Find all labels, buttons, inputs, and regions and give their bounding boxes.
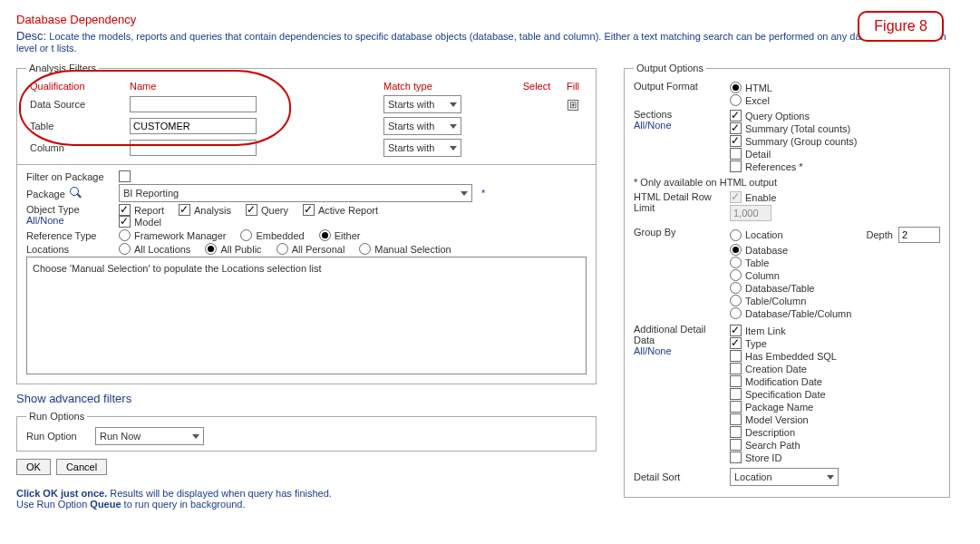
ok-button[interactable]: OK [16,459,51,475]
ad-store-cb[interactable] [730,452,742,463]
run-option-label: Run Option [26,431,90,442]
package-select[interactable]: BI Reporting [119,184,472,202]
sec-sumtotal-cb[interactable] [730,122,742,134]
fmt-excel-radio[interactable] [730,94,742,106]
row-column-label: Column [26,137,126,159]
gb-dbtable-radio[interactable] [730,282,742,294]
gb-database-radio[interactable] [730,244,742,256]
run-options-fieldset: Run Options Run Option Run Now [16,411,597,452]
ad-hassql-label: Has Embedded SQL [745,351,837,362]
objtype-analysis-checkbox[interactable] [179,204,190,216]
gb-dbtablecol-radio[interactable] [730,307,742,319]
sec-queryopts-label: Query Options [745,111,810,121]
datasource-input[interactable] [130,96,257,112]
objtype-activereport-checkbox[interactable] [303,204,315,216]
desc-label: Desc: [16,29,46,43]
sec-sumtotal-label: Summary (Total counts) [745,123,850,134]
ad-itemlink-label: Item Link [745,325,786,336]
additional-label: Additional Detail Data [634,324,706,345]
row-datasource-label: Data Source [26,93,126,115]
gb-location-label: Location [745,229,783,240]
fmt-html-radio[interactable] [730,82,742,93]
loc-manual-label: Manual Selection [374,244,451,255]
locations-textarea[interactable]: Choose 'Manual Selection' to populate th… [26,257,587,374]
sections-allnone-link[interactable]: All/None [634,120,672,131]
ad-pkg-cb[interactable] [730,401,742,413]
sec-sumgroup-cb[interactable] [730,135,742,147]
objtype-query-label: Query [261,205,288,216]
show-advanced-filters-link[interactable]: Show advanced filters [16,392,131,405]
footer-click-ok: Click OK just once. [16,488,107,499]
detailsort-label: Detail Sort [634,471,724,482]
sec-detail-label: Detail [745,149,771,160]
loc-manual-radio[interactable] [359,243,371,255]
gb-table-label: Table [745,257,769,268]
objtype-activereport-label: Active Report [318,205,378,216]
sec-refs-cb[interactable] [730,160,742,172]
fill-expand-icon[interactable]: ⊞ [568,100,578,111]
sections-label: Sections [634,109,672,120]
rowlimit-enable-cb[interactable] [730,191,742,203]
gb-location-radio[interactable] [730,229,742,241]
page-description: Desc: Locate the models, reports and que… [16,29,964,53]
loc-personal-radio[interactable] [277,243,288,255]
ad-search-cb[interactable] [730,439,742,451]
col-qualification: Qualification [26,79,126,93]
output-options-fieldset: Output Options Output Format HTML Excel … [624,63,950,498]
reftype-label: Reference Type [26,230,113,241]
ad-hassql-cb[interactable] [730,350,742,362]
loc-public-label: All Public [220,244,261,255]
reftype-embedded-radio[interactable] [240,229,252,241]
cancel-button[interactable]: Cancel [56,459,107,475]
detailsort-select[interactable]: Location [730,468,839,486]
magnify-icon[interactable] [70,187,81,198]
reftype-fm-radio[interactable] [119,229,131,241]
loc-all-label: All Locations [134,244,190,255]
table-input[interactable] [130,118,257,134]
ad-spec-cb[interactable] [730,388,742,400]
footer-line2a: Use Run Option [16,499,90,510]
column-input[interactable] [130,140,257,156]
sec-detail-cb[interactable] [730,148,742,160]
ad-spec-label: Specification Date [745,389,826,400]
depth-label: Depth [867,229,893,240]
figure-label: Figure 8 [858,11,944,42]
loc-public-radio[interactable] [205,243,217,255]
gb-table-radio[interactable] [730,257,742,268]
row-table-label: Table [26,115,126,137]
ad-pkg-label: Package Name [745,402,813,413]
sec-sumgroup-label: Summary (Group counts) [745,136,857,147]
objecttype-allnone-link[interactable]: All/None [26,215,64,226]
objtype-model-checkbox[interactable] [119,216,131,228]
ad-mod-cb[interactable] [730,375,742,387]
ad-desc-cb[interactable] [730,426,742,438]
column-match-select[interactable]: Starts with [383,139,461,157]
loc-all-radio[interactable] [119,243,131,255]
sec-queryopts-cb[interactable] [730,110,742,121]
col-fill: Fill [559,79,587,93]
ad-creation-cb[interactable] [730,363,742,374]
additional-allnone-link[interactable]: All/None [634,345,672,356]
gb-column-radio[interactable] [730,269,742,281]
objtype-analysis-label: Analysis [194,205,231,216]
reftype-either-label: Either [335,230,361,241]
footer-line1b: Results will be displayed when query has… [107,488,332,499]
depth-input[interactable] [898,227,940,243]
ad-model-cb[interactable] [730,413,742,425]
objtype-model-label: Model [134,217,161,228]
gb-dbtable-label: Database/Table [745,283,814,294]
reftype-either-radio[interactable] [319,229,331,241]
ad-search-label: Search Path [745,440,800,451]
objtype-query-checkbox[interactable] [246,204,257,216]
ad-itemlink-cb[interactable] [730,325,742,336]
fmt-html-label: HTML [745,83,772,93]
page-title: Database Dependency [16,13,964,26]
gb-tablecol-radio[interactable] [730,295,742,306]
ad-type-cb[interactable] [730,337,742,349]
run-option-select[interactable]: Run Now [95,427,204,445]
col-name: Name [126,79,262,93]
table-match-select[interactable]: Starts with [383,117,461,135]
datasource-match-select[interactable]: Starts with [383,95,461,113]
filter-on-package-checkbox[interactable] [119,170,131,182]
analysis-filters-legend: Analysis Filters [26,63,99,73]
